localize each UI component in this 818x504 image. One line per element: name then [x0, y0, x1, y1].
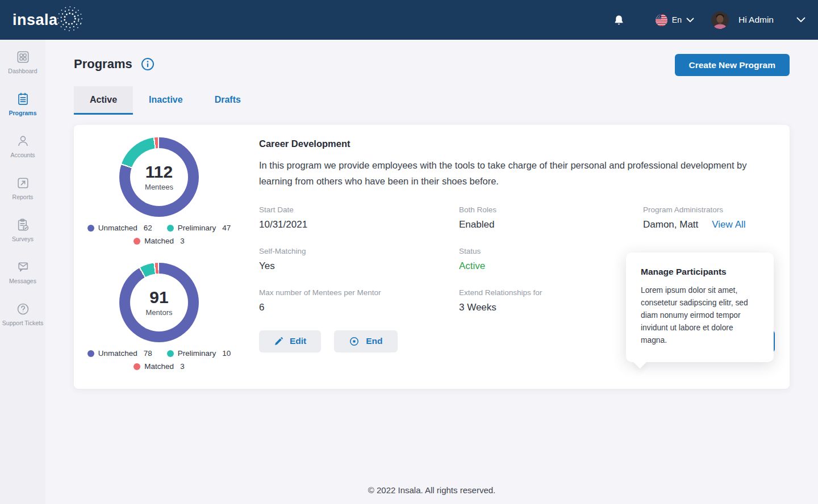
avatar[interactable] [711, 11, 729, 29]
edit-button[interactable]: Edit [259, 330, 321, 352]
legend-dot [167, 350, 174, 357]
envelope-chat-icon [16, 260, 30, 274]
legend-dot [133, 238, 140, 245]
legend-item: Matched3 [133, 237, 184, 245]
program-description: In this program we provide employees wit… [259, 157, 765, 190]
tab-active[interactable]: Active [74, 86, 133, 115]
legend-dot [87, 225, 94, 232]
sidebar-item-accounts[interactable]: Accounts [0, 133, 45, 175]
field-program-administrators: Program Administrators Damon, Matt View … [643, 205, 775, 230]
field-both-roles: Both Roles Enabled [459, 205, 643, 230]
user-menu-button[interactable] [796, 17, 806, 23]
view-all-link[interactable]: View All [712, 219, 745, 230]
sidebar-item-programs[interactable]: Programs [0, 91, 45, 133]
language-label: En [672, 15, 682, 24]
clipboard-lines-icon [16, 92, 30, 106]
field-self-matching: Self-Matching Yes [259, 247, 459, 272]
tab-inactive[interactable]: Inactive [133, 86, 199, 115]
legend-dot [167, 225, 174, 232]
legend-item: Unmatched78 [87, 349, 152, 358]
chevron-down-icon [686, 18, 694, 23]
info-circle-icon[interactable] [141, 57, 155, 71]
mentors-donut-chart: 91 Mentors Unmatched78 Preliminary10 [74, 263, 244, 371]
logo-swirl-icon [55, 3, 85, 34]
program-card: 112 Mentees Unmatched62 Preliminary47 [74, 125, 790, 389]
tooltip-body: Lorem ipsum dolor sit amet, consetetur s… [641, 284, 759, 347]
field-extend-relationships: Extend Relationships for 3 Weeks [459, 288, 643, 313]
page-title: Programs [74, 57, 132, 72]
notifications-bell-button[interactable] [613, 14, 625, 26]
sidebar-item-support-tickets[interactable]: Support Tickets [0, 301, 45, 343]
legend-item: Matched3 [133, 362, 184, 371]
legend-item: Unmatched62 [87, 224, 152, 232]
end-stop-icon [349, 336, 360, 347]
person-icon [16, 134, 30, 148]
pencil-icon [274, 337, 283, 346]
mentors-count: 91 [149, 289, 168, 306]
bell-icon [613, 14, 625, 26]
top-navbar: insala [0, 0, 818, 40]
donut-ring: 91 Mentors [119, 263, 199, 342]
legend-item: Preliminary10 [167, 349, 231, 358]
field-max-mentees: Max number of Mentees per Mentor 6 [259, 288, 459, 313]
tab-bar: Active Inactive Drafts [74, 86, 257, 115]
program-title: Career Development [259, 138, 775, 149]
sidebar-item-messages[interactable]: Messages [0, 259, 45, 301]
sidebar-item-dashboard[interactable]: Dashboard [0, 49, 45, 91]
manage-participants-tooltip: Manage Participants Lorem ipsum dolor si… [626, 253, 774, 362]
field-status: Status Active [459, 247, 643, 272]
tooltip-title: Manage Participants [641, 267, 759, 277]
insala-logo[interactable]: insala [12, 6, 85, 34]
dashboard-grid-icon [16, 50, 30, 64]
logo-text: insala [12, 12, 58, 28]
mentees-donut-chart: 112 Mentees Unmatched62 Preliminary47 [74, 137, 244, 245]
field-start-date: Start Date 10/31/2021 [259, 205, 459, 230]
user-greeting: Hi Admin [738, 15, 774, 25]
legend-dot [133, 363, 140, 370]
question-circle-icon [16, 302, 30, 316]
tab-drafts[interactable]: Drafts [199, 86, 257, 115]
mentees-count: 112 [145, 163, 173, 180]
donut-ring: 112 Mentees [119, 137, 199, 217]
mentors-legend: Unmatched78 Preliminary10 Matched3 [74, 349, 244, 371]
end-button[interactable]: End [334, 330, 397, 352]
sidebar-item-surveys[interactable]: Surveys [0, 217, 45, 259]
clipboard-check-icon [16, 218, 30, 232]
mentors-label: Mentors [146, 308, 173, 317]
language-selector[interactable]: En [656, 14, 694, 26]
sidebar-item-reports[interactable]: Reports [0, 175, 45, 217]
create-new-program-button[interactable]: Create New Program [675, 54, 790, 76]
legend-item: Preliminary47 [167, 224, 231, 232]
arrow-up-right-box-icon [16, 176, 30, 190]
sidebar: Dashboard Programs Accounts Reports [0, 40, 45, 504]
us-flag-icon [656, 14, 667, 26]
main-content: Programs Create New Program Active Inact… [45, 40, 818, 504]
mentees-label: Mentees [145, 183, 173, 191]
chevron-down-icon [796, 17, 806, 23]
status-badge: Active [459, 261, 643, 272]
legend-dot [87, 350, 94, 357]
copyright-footer: © 2022 Insala. All rights reserved. [45, 485, 818, 495]
mentees-legend: Unmatched62 Preliminary47 Matched3 [74, 224, 244, 245]
